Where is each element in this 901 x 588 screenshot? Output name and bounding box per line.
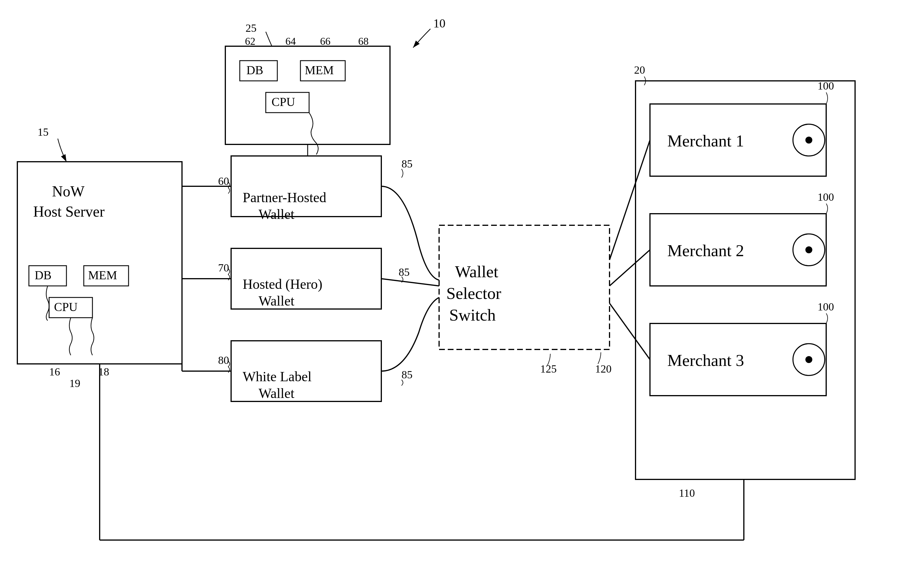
merchant3-label: Merchant 3 bbox=[667, 351, 744, 370]
whitelabel-to-selector bbox=[381, 297, 439, 371]
ref66: 66 bbox=[320, 36, 330, 47]
diagram-container: NoW Host Server DB MEM CPU 15 16 19 18 P… bbox=[0, 0, 901, 588]
host-server-label: Host Server bbox=[33, 203, 104, 220]
ref85b: 85 bbox=[399, 266, 410, 278]
ref10-arrow bbox=[413, 29, 430, 48]
partner-to-selector bbox=[381, 186, 439, 280]
wallet-selector-label1: Wallet bbox=[455, 262, 498, 281]
ref100c: 100 bbox=[817, 301, 834, 313]
ref120-squiggle bbox=[598, 352, 601, 364]
partner-wallet-label1: Partner-Hosted bbox=[243, 190, 326, 205]
merchant2-label: Merchant 2 bbox=[667, 241, 744, 260]
ref15: 15 bbox=[37, 126, 48, 138]
ref10: 10 bbox=[433, 17, 446, 30]
ref25: 25 bbox=[246, 22, 257, 34]
ref85c-squiggle bbox=[402, 380, 403, 386]
ref85a: 85 bbox=[402, 158, 413, 170]
ref19: 19 bbox=[69, 377, 80, 389]
hosted-to-selector bbox=[381, 279, 439, 286]
merchant1-icon-inner bbox=[805, 137, 812, 143]
ref100b: 100 bbox=[817, 191, 834, 203]
white-label-label2: Wallet bbox=[259, 386, 295, 401]
ref15-arrow bbox=[58, 138, 67, 162]
ref60: 60 bbox=[218, 175, 229, 187]
hosted-wallet-label1: Hosted (Hero) bbox=[243, 276, 323, 292]
now-label: NoW bbox=[52, 183, 85, 199]
white-label-label1: White Label bbox=[243, 369, 312, 384]
ref110: 110 bbox=[679, 487, 695, 499]
hosted-wallet-label2: Wallet bbox=[259, 293, 295, 308]
ref64: 64 bbox=[285, 36, 296, 47]
ref120: 120 bbox=[595, 363, 611, 375]
merchant3-icon-inner bbox=[805, 356, 812, 363]
ref70: 70 bbox=[218, 262, 229, 274]
ref85a-squiggle bbox=[402, 169, 403, 177]
db2-label: DB bbox=[246, 64, 263, 77]
merchant2-icon-inner bbox=[805, 246, 812, 253]
ref85c: 85 bbox=[402, 369, 413, 381]
partner-wallet-box bbox=[231, 156, 381, 216]
mem1-label: MEM bbox=[88, 269, 117, 282]
cpu1-label: CPU bbox=[54, 300, 78, 314]
ref20: 20 bbox=[634, 64, 645, 76]
ref68: 68 bbox=[358, 36, 369, 47]
now-host-server-box bbox=[17, 162, 182, 364]
wallet-selector-label3: Switch bbox=[449, 306, 496, 324]
wallet-selector-label2: Selector bbox=[446, 284, 501, 303]
ref80: 80 bbox=[218, 354, 229, 366]
ref125: 125 bbox=[540, 363, 556, 375]
cpu2-label: CPU bbox=[271, 95, 295, 109]
ref16: 16 bbox=[49, 366, 60, 378]
partner-wallet-label2: Wallet bbox=[259, 207, 295, 222]
merchant1-label: Merchant 1 bbox=[667, 131, 744, 150]
ref62: 62 bbox=[245, 36, 256, 47]
mem2-label: MEM bbox=[305, 64, 334, 77]
ref100a: 100 bbox=[817, 80, 834, 92]
db1-label: DB bbox=[35, 269, 51, 282]
